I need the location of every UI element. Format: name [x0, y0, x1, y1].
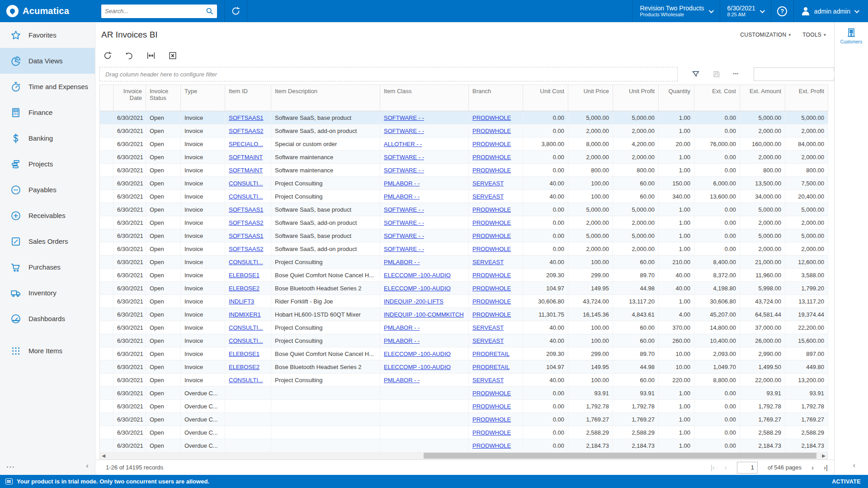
link-item_class[interactable]: PMLABOR - -: [384, 337, 420, 344]
col-header-item_id[interactable]: Item ID: [225, 85, 271, 111]
link-item_class[interactable]: SOFTWARE - -: [384, 206, 424, 213]
table-row[interactable]: 6/30/2021OpenInvoiceINDMIXER1Hobart HL60…: [100, 308, 828, 321]
col-header-status[interactable]: Invoice Status: [146, 85, 181, 111]
horizontal-scrollbar[interactable]: ◀ ▶: [99, 452, 828, 460]
sidebar-item-dashboards[interactable]: Dashboards: [0, 306, 95, 332]
link-branch[interactable]: PRODWHOLE: [472, 141, 511, 147]
table-row[interactable]: 6/30/2021OpenInvoiceELEBOSE2Bose Bluetoo…: [100, 360, 828, 374]
prev-page-button[interactable]: ‹: [725, 464, 727, 471]
link-item_class[interactable]: INDEQUIP -200-LIFTS: [384, 298, 443, 305]
link-branch[interactable]: SERVEAST: [472, 337, 504, 344]
link-branch[interactable]: PRODWHOLE: [472, 154, 511, 161]
table-row[interactable]: 6/30/2021OpenInvoiceSOFTSAAS2Software Sa…: [100, 124, 828, 137]
sidebar-item-finance[interactable]: Finance: [0, 99, 95, 125]
link-item_id[interactable]: CONSULTI...: [229, 324, 263, 331]
last-page-button[interactable]: ›|: [824, 464, 828, 471]
sidebar-item-receivables[interactable]: Receivables: [0, 203, 95, 228]
filter-icon[interactable]: [691, 70, 700, 79]
table-row[interactable]: 6/30/2021OpenInvoiceELEBOSE2Bose Bluetoo…: [100, 282, 828, 295]
col-header-ext_cost[interactable]: Ext. Cost: [694, 85, 740, 111]
link-item_class[interactable]: ELECCOMP -100-AUDIO: [384, 351, 451, 357]
table-row[interactable]: 6/30/2021OpenInvoiceINDLIFT3Rider Forkli…: [100, 295, 828, 308]
panel-collapse-icon[interactable]: ‹: [853, 461, 855, 469]
customers-panel-button[interactable]: Customers: [840, 27, 862, 44]
link-item_id[interactable]: ELEBOSE2: [229, 285, 259, 292]
sidebar-item-banking[interactable]: Banking: [0, 125, 95, 151]
sidebar-item-time-and-expenses[interactable]: Time and Expenses: [0, 74, 95, 99]
scroll-right-icon[interactable]: ▶: [820, 452, 827, 460]
brand-logo[interactable]: Acumatica: [0, 0, 95, 22]
col-header-item_class[interactable]: Item Class: [380, 85, 469, 111]
link-item_id[interactable]: SOFTSAAS1: [229, 232, 264, 239]
link-item_class[interactable]: ELECCOMP -100-AUDIO: [384, 364, 451, 370]
first-page-button[interactable]: |‹: [711, 464, 715, 471]
link-branch[interactable]: PRODWHOLE: [472, 285, 511, 292]
col-header-type[interactable]: Type: [181, 85, 225, 111]
refresh-button[interactable]: [103, 51, 113, 61]
link-branch[interactable]: PRODWHOLE: [472, 246, 511, 252]
business-date-icon[interactable]: [225, 0, 247, 22]
link-item_class[interactable]: PMLABOR - -: [384, 324, 420, 331]
table-row[interactable]: 6/30/2021OpenInvoiceCONSULTI...Project C…: [100, 374, 828, 387]
link-item_class[interactable]: PMLABOR - -: [384, 377, 420, 384]
table-row[interactable]: 6/30/2021OpenInvoiceSOFTSAAS2Software Sa…: [100, 216, 828, 229]
link-branch[interactable]: PRODWHOLE: [472, 416, 511, 423]
undo-button[interactable]: [124, 51, 134, 61]
link-item_class[interactable]: ELECCOMP -100-AUDIO: [384, 285, 451, 292]
table-row[interactable]: 6/30/2021OpenInvoiceELEBOSE1Bose Quiet C…: [100, 269, 828, 282]
link-item_id[interactable]: CONSULTI...: [229, 337, 263, 344]
sidebar-more-options[interactable]: ...: [6, 461, 15, 470]
link-item_id[interactable]: SOFTSAAS2: [229, 128, 264, 134]
help-button[interactable]: ?: [771, 0, 793, 22]
link-item_class[interactable]: SOFTWARE - -: [384, 128, 424, 134]
col-header-branch[interactable]: Branch: [469, 85, 523, 111]
link-item_id[interactable]: SOFTMAINT: [229, 167, 263, 174]
table-row[interactable]: 6/30/2021OpenInvoiceSOFTMAINTSoftware ma…: [100, 164, 828, 177]
sidebar-item-sales-orders[interactable]: Sales Orders: [0, 228, 95, 254]
table-row[interactable]: 6/30/2021OpenOverdue C...PRODWHOLE0.002,…: [100, 426, 828, 439]
table-row[interactable]: 6/30/2021OpenOverdue C...PRODWHOLE0.001,…: [100, 400, 828, 413]
link-item_id[interactable]: INDMIXER1: [229, 311, 261, 318]
link-item_id[interactable]: CONSULTI...: [229, 193, 263, 200]
table-row[interactable]: 6/30/2021OpenInvoiceSPECIALO...Special o…: [100, 137, 828, 151]
col-header-ext_amount[interactable]: Ext. Amount: [740, 85, 785, 111]
table-row[interactable]: 6/30/2021OpenInvoiceCONSULTI...Project C…: [100, 321, 828, 334]
sidebar-item-inventory[interactable]: Inventory: [0, 280, 95, 306]
link-branch[interactable]: PRODWHOLE: [472, 429, 511, 436]
link-item_id[interactable]: INDLIFT3: [229, 298, 254, 305]
col-header-qty[interactable]: Quantity: [659, 85, 694, 111]
link-branch[interactable]: PRODWHOLE: [472, 232, 511, 239]
link-item_class[interactable]: SOFTWARE - -: [384, 154, 424, 161]
link-item_class[interactable]: INDEQUIP -100-COMMKITCH: [384, 311, 464, 318]
link-item_id[interactable]: SPECIALO...: [229, 141, 263, 147]
link-item_id[interactable]: SOFTSAAS1: [229, 206, 264, 213]
grid-search[interactable]: [754, 67, 834, 81]
link-item_id[interactable]: ELEBOSE2: [229, 364, 259, 370]
col-header-unit_cost[interactable]: Unit Cost: [523, 85, 568, 111]
sidebar-item-projects[interactable]: Projects: [0, 151, 95, 177]
link-item_class[interactable]: SOFTWARE - -: [384, 114, 424, 121]
link-branch[interactable]: SERVEAST: [472, 193, 504, 200]
link-item_class[interactable]: PMLABOR - -: [384, 259, 420, 265]
more-options-button[interactable]: ...: [733, 70, 742, 79]
link-item_class[interactable]: SOFTWARE - -: [384, 232, 424, 239]
link-branch[interactable]: PRODWHOLE: [472, 298, 511, 305]
link-branch[interactable]: PRODWHOLE: [472, 403, 511, 410]
link-item_id[interactable]: CONSULTI...: [229, 377, 263, 384]
table-row[interactable]: 6/30/2021OpenInvoiceCONSULTI...Project C…: [100, 177, 828, 190]
link-branch[interactable]: PRODWHOLE: [472, 390, 511, 397]
activate-button[interactable]: ACTIVATE: [832, 479, 861, 485]
table-row[interactable]: 6/30/2021OpenInvoiceSOFTSAAS1Software Sa…: [100, 203, 828, 216]
table-row[interactable]: 6/30/2021OpenOverdue C...PRODWHOLE0.001,…: [100, 413, 828, 426]
user-menu[interactable]: admin admin: [794, 0, 868, 22]
link-item_class[interactable]: SOFTWARE - -: [384, 246, 424, 252]
global-search[interactable]: [101, 5, 217, 18]
search-icon[interactable]: [206, 7, 213, 15]
scroll-left-icon[interactable]: ◀: [100, 452, 107, 460]
link-branch[interactable]: PRODWHOLE: [472, 272, 511, 279]
link-branch[interactable]: PRODRETAIL: [472, 364, 509, 370]
link-item_class[interactable]: ALLOTHER - -: [384, 141, 422, 147]
table-row[interactable]: 6/30/2021OpenInvoiceSOFTSAAS1Software Sa…: [100, 111, 828, 124]
page-number-input[interactable]: [737, 462, 758, 474]
link-item_id[interactable]: CONSULTI...: [229, 259, 263, 265]
